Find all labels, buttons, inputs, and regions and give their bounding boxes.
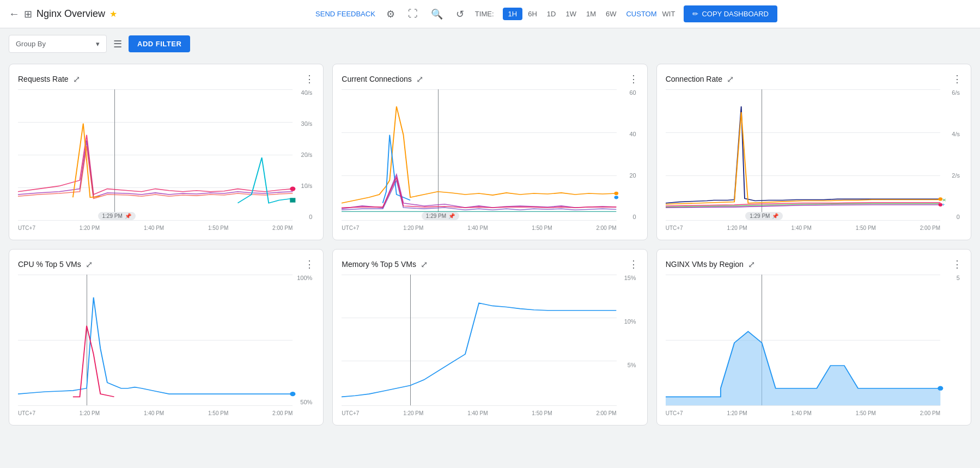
svg-point-3 <box>614 196 619 199</box>
svg-point-7 <box>938 197 942 200</box>
chart-title: Requests Rate <box>18 75 69 83</box>
y-axis: 5 <box>942 275 962 405</box>
chart-title-group: Current Connections ⤢ <box>342 74 423 84</box>
chart-card-nginx-vms-region: NGINX VMs by Region ⤢ ⋮ <box>656 249 971 426</box>
x-axis: UTC+7 1:20 PM 1:40 PM 1:50 PM 2:00 PM <box>666 225 940 231</box>
copy-dashboard-button[interactable]: ✏ COPY DASHBOARD <box>684 5 777 22</box>
y-axis: 6/s 4/s 2/s 0 <box>942 89 962 220</box>
chart-title-group: Connection Rate ⤢ <box>666 74 734 84</box>
x-axis: UTC+7 1:20 PM 1:40 PM 1:50 PM 2:00 PM <box>18 225 293 231</box>
y-axis: 15% 10% 5% <box>619 275 638 405</box>
chart-body: 1:29 PM 📌 <box>342 89 638 231</box>
y-axis: 100% 50% <box>295 275 314 405</box>
chart-title: NGINX VMs by Region <box>666 260 744 269</box>
chart-mock: 1:29 PM 📌 <box>342 89 638 231</box>
chart-svg: ✕ + <box>666 89 940 220</box>
x-axis: UTC+7 1:20 PM 1:40 PM 1:50 PM 2:00 PM <box>342 410 616 416</box>
chart-more-button[interactable]: ⋮ <box>952 73 962 85</box>
chart-card-connection-rate: Connection Rate ⤢ ⋮ 1:29 PM 📌 <box>656 64 971 240</box>
time-btn-1d[interactable]: 1D <box>543 8 561 20</box>
toolbar: Group By ▾ ☰ ADD FILTER <box>0 28 980 59</box>
time-btn-1h[interactable]: 1H <box>503 8 523 20</box>
time-btn-custom[interactable]: CUSTOM <box>622 8 661 20</box>
chart-card-current-connections: Current Connections ⤢ ⋮ 1:29 PM 📌 <box>332 64 647 240</box>
chart-more-button[interactable]: ⋮ <box>629 258 638 270</box>
group-by-label: Group By <box>16 40 46 48</box>
chart-svg <box>342 275 616 405</box>
group-by-select[interactable]: Group By ▾ <box>9 35 107 53</box>
settings-icon[interactable]: ⚙ <box>384 6 397 22</box>
chart-title-group: CPU % Top 5 VMs ⤢ <box>18 259 93 270</box>
pencil-icon: ✏ <box>692 10 698 18</box>
chart-title: Memory % Top 5 VMs <box>342 260 416 269</box>
chart-expand-icon[interactable]: ⤢ <box>416 74 423 84</box>
chart-svg <box>18 275 293 405</box>
page-title: Nginx Overview <box>36 8 105 20</box>
chart-more-button[interactable]: ⋮ <box>305 73 314 85</box>
time-label: TIME: <box>475 10 494 18</box>
chart-expand-icon[interactable]: ⤢ <box>86 259 93 270</box>
chart-area <box>18 275 293 405</box>
header-center: SEND FEEDBACK ⚙ ⛶ 🔍 ↺ TIME: 1H 6H 1D 1W … <box>121 5 971 22</box>
chart-expand-icon[interactable]: ⤢ <box>748 259 755 270</box>
chart-body: 5 UTC+7 1:20 PM 1:40 PM 1:50 PM 2:00 PM <box>666 275 962 416</box>
back-button[interactable]: ← <box>9 8 20 20</box>
chart-header: CPU % Top 5 VMs ⤢ ⋮ <box>18 258 314 270</box>
app-header: ← ⊞ Nginx Overview ★ SEND FEEDBACK ⚙ ⛶ 🔍… <box>0 0 980 28</box>
x-axis: UTC+7 1:20 PM 1:40 PM 1:50 PM 2:00 PM <box>666 410 940 416</box>
chart-svg <box>666 275 940 405</box>
chart-area <box>342 275 616 405</box>
y-axis: 40/s 30/s 20/s 10/s 0 <box>295 89 314 220</box>
chart-more-button[interactable]: ⋮ <box>629 73 638 85</box>
chart-more-button[interactable]: ⋮ <box>952 258 962 270</box>
time-btn-wit[interactable]: WIT <box>662 10 675 18</box>
dashboard-grid: Requests Rate ⤢ ⋮ ? 1:29 <box>0 59 980 434</box>
fullscreen-icon[interactable]: ⛶ <box>406 6 420 22</box>
chart-area: 1:29 PM 📌 <box>342 89 616 220</box>
time-btn-1w[interactable]: 1W <box>561 8 581 20</box>
x-axis: UTC+7 1:20 PM 1:40 PM 1:50 PM 2:00 PM <box>342 225 616 231</box>
back-icon: ← <box>9 8 20 20</box>
chart-mock: 5 UTC+7 1:20 PM 1:40 PM 1:50 PM 2:00 PM <box>666 275 962 416</box>
chart-header: NGINX VMs by Region ⤢ ⋮ <box>666 258 962 270</box>
time-btn-6w[interactable]: 6W <box>601 8 621 20</box>
refresh-icon[interactable]: ↺ <box>454 6 466 22</box>
chart-body: 100% 50% UTC+7 1:20 PM 1:40 PM 1:50 PM 2… <box>18 275 314 416</box>
chart-area <box>666 275 940 405</box>
chart-mock: 1:29 PM 📌 ✕ + <box>666 89 962 231</box>
send-feedback-button[interactable]: SEND FEEDBACK <box>315 10 375 18</box>
y-axis: 60 40 20 0 <box>619 89 638 220</box>
time-btn-6h[interactable]: 6H <box>524 8 541 20</box>
chart-title-group: Memory % Top 5 VMs ⤢ <box>342 259 428 270</box>
chart-expand-icon[interactable]: ⤢ <box>727 74 734 84</box>
filter-icon[interactable]: ☰ <box>113 38 122 50</box>
chart-title: Current Connections <box>342 75 411 83</box>
chart-card-memory-top5: Memory % Top 5 VMs ⤢ ⋮ <box>332 249 647 426</box>
svg-point-2 <box>614 192 619 195</box>
chart-body: 15% 10% 5% UTC+7 1:20 PM 1:40 PM 1:50 PM… <box>342 275 638 416</box>
chart-svg <box>18 89 293 220</box>
chart-more-button[interactable]: ⋮ <box>305 258 314 270</box>
chart-area: 1:29 PM 📌 ✕ + <box>666 89 940 220</box>
favorite-icon[interactable]: ★ <box>109 9 117 19</box>
chart-body: ? 1:29 PM 📌 <box>18 89 314 231</box>
chart-header: Connection Rate ⤢ ⋮ <box>666 73 962 85</box>
search-icon[interactable]: 🔍 <box>429 6 445 22</box>
chart-expand-icon[interactable]: ⤢ <box>73 74 80 84</box>
chart-header: Current Connections ⤢ ⋮ <box>342 73 638 85</box>
dashboard-icon: ⊞ <box>24 8 32 20</box>
chart-title: Connection Rate <box>666 75 722 83</box>
add-filter-button[interactable]: ADD FILTER <box>129 35 190 52</box>
x-axis: UTC+7 1:20 PM 1:40 PM 1:50 PM 2:00 PM <box>18 410 293 416</box>
chart-mock: 100% 50% UTC+7 1:20 PM 1:40 PM 1:50 PM 2… <box>18 275 314 416</box>
chevron-down-icon: ▾ <box>96 40 100 48</box>
chart-card-cpu-top5: CPU % Top 5 VMs ⤢ ⋮ <box>9 249 324 426</box>
chart-svg <box>342 89 616 220</box>
chart-title-group: NGINX VMs by Region ⤢ <box>666 259 755 270</box>
time-btn-1m[interactable]: 1M <box>582 8 600 20</box>
chart-mock: ? 1:29 PM 📌 <box>18 89 314 231</box>
chart-header: Memory % Top 5 VMs ⤢ ⋮ <box>342 258 638 270</box>
chart-expand-icon[interactable]: ⤢ <box>421 259 428 270</box>
chart-title-group: Requests Rate ⤢ <box>18 74 80 84</box>
chart-area: 1:29 PM 📌 <box>18 89 293 220</box>
